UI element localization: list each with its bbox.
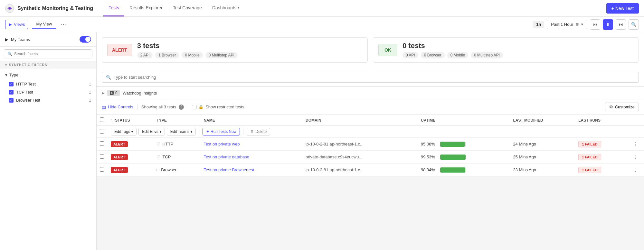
browser-label: Browser Test [16, 98, 40, 103]
delete-button[interactable]: 🗑 Delete [247, 128, 270, 135]
rewind-button[interactable]: ⏮ [590, 19, 600, 30]
divider4 [243, 128, 243, 135]
row2-name[interactable]: Test on private Browsertest [200, 164, 302, 176]
alert-tag-2: 0 Mobile [182, 52, 203, 58]
ok-tag-2: 0 Mobile [447, 52, 468, 58]
domain-col-header[interactable]: DOMAIN [302, 115, 418, 126]
watchdog-row[interactable]: ▶ A 0 Watchdog Insights [97, 87, 644, 99]
ok-status-badge: OK [378, 44, 397, 56]
browser-checkbox[interactable] [9, 98, 14, 103]
divider2 [188, 104, 188, 110]
controls-icon: ▤ [102, 105, 106, 110]
more-options-icon[interactable]: ⋮ [630, 166, 641, 174]
http-label: HTTP Test [16, 82, 36, 86]
search-icon: 🔍 [7, 52, 12, 56]
sidebar: ▶ My Teams 🔍 ▾ SYNTHETIC FILTERS ▾ Type … [0, 32, 97, 250]
nav-tab-coverage[interactable]: Test Coverage [168, 0, 207, 16]
table-area: ▤ Hide Controls Showing all 3 tests ? 🔒 … [97, 99, 644, 176]
table-toolbar: ▤ Hide Controls Showing all 3 tests ? 🔒 … [97, 99, 644, 115]
action-row-checkbox[interactable] [100, 129, 104, 134]
edit-envs-button[interactable]: Edit Envs ▾ [138, 128, 165, 135]
search-input[interactable] [114, 75, 635, 80]
customize-button[interactable]: ⚙ Customize [605, 103, 639, 111]
ok-tag-1: 0 Browser [421, 52, 445, 58]
nav-tab-dashboards[interactable]: Dashboards ▾ [207, 0, 245, 16]
uptime-col-header[interactable]: UPTIME [418, 115, 510, 126]
nav-tab-tests[interactable]: Tests [103, 0, 124, 16]
ok-tag-0: 0 API [402, 52, 418, 58]
nav-tab-results[interactable]: Results Explorer [124, 0, 168, 16]
pause-button[interactable]: ⏸ [603, 19, 613, 30]
show-restricted[interactable]: 🔒 Show restricted tests [192, 105, 244, 109]
forward-icon: ⏭ [619, 22, 623, 27]
row1-name[interactable]: Test on private database [200, 151, 302, 164]
time-badge: 1h [533, 21, 544, 28]
alert-count: 3 tests [137, 42, 238, 50]
alert-card: ALERT 3 tests 2 API 1 Browser 0 Mobile 0… [102, 37, 368, 63]
more-options-icon[interactable]: ⋮ [630, 140, 641, 148]
more-options-icon[interactable]: ⋮ [630, 153, 641, 161]
app-icon [5, 4, 14, 13]
row0-checkbox[interactable] [100, 141, 104, 146]
table-header-row: ↑ STATUS TYPE NAME DOMAIN UPTIME LAST MO… [97, 115, 644, 126]
time-picker[interactable]: Past 1 Hour ⊟ ▾ [547, 20, 587, 29]
more-options-button[interactable]: ⋯ [60, 20, 67, 29]
search-facets-input[interactable] [14, 52, 89, 56]
filter-item-tcp[interactable]: TCP Test 1 [0, 88, 96, 96]
ok-tags: 0 API 0 Browser 0 Mobile 0 Multistep API [402, 52, 503, 58]
synthetic-filters-label: ▾ SYNTHETIC FILTERS [0, 61, 96, 69]
tcp-checkbox[interactable] [9, 90, 14, 95]
show-restricted-checkbox[interactable] [192, 105, 196, 109]
table-row: ALERT □ Browser Test on private Browsert… [97, 164, 644, 176]
row2-uptime: 98.94% [418, 164, 510, 176]
watchdog-badge: A 0 [107, 90, 120, 96]
row2-status: ALERT [108, 164, 153, 176]
row1-checkbox[interactable] [100, 154, 104, 159]
alert-badge: ALERT [111, 141, 128, 147]
row1-last-runs: 1 FAILED [575, 151, 627, 164]
views-button[interactable]: ▶ Views [5, 20, 28, 29]
last-modified-col-header[interactable]: LAST MODIFIED [510, 115, 575, 126]
row0-more[interactable]: ⋮ [627, 138, 644, 151]
tcp-icon: ♡ [156, 155, 160, 159]
svg-text:A: A [111, 92, 113, 95]
status-col-header[interactable]: ↑ STATUS [108, 115, 153, 126]
tests-table: ↑ STATUS TYPE NAME DOMAIN UPTIME LAST MO… [97, 115, 644, 176]
search-bar: 🔍 [102, 72, 639, 83]
chevron-right-icon: ▶ [5, 37, 8, 42]
forward-button[interactable]: ⏭ [616, 19, 626, 30]
summary-cards: ALERT 3 tests 2 API 1 Browser 0 Mobile 0… [97, 32, 644, 68]
main-layout: ▶ My Teams 🔍 ▾ SYNTHETIC FILTERS ▾ Type … [0, 32, 644, 250]
row0-last-runs: 1 FAILED [575, 138, 627, 151]
name-col-header[interactable]: NAME [200, 115, 302, 126]
filter-item-http[interactable]: HTTP Test 1 [0, 80, 96, 88]
row1-more[interactable]: ⋮ [627, 151, 644, 164]
my-view-tab[interactable]: My View [32, 20, 56, 29]
filter-item-browser[interactable]: Browser Test 1 [0, 96, 96, 104]
new-test-button[interactable]: + New Test [606, 3, 639, 14]
row2-last-modified: 23 Mins Ago [510, 164, 575, 176]
trash-icon: 🗑 [250, 129, 254, 134]
select-all-checkbox[interactable] [100, 117, 104, 122]
hide-controls-button[interactable]: ▤ Hide Controls [102, 105, 133, 110]
actions-col-header [627, 115, 644, 126]
edit-tags-button[interactable]: Edit Tags ▾ [111, 128, 137, 135]
alert-tag-1: 1 Browser [155, 52, 179, 58]
my-teams-toggle[interactable] [80, 36, 91, 43]
search-facets-container: 🔍 [4, 49, 92, 58]
row0-name[interactable]: Test on private web [200, 138, 302, 151]
row2-more[interactable]: ⋮ [627, 164, 644, 176]
row2-checkbox[interactable] [100, 167, 104, 172]
run-tests-button[interactable]: ✦ Run Tests Now [203, 128, 240, 135]
views-icon: ▶ [9, 22, 12, 27]
search-button[interactable]: 🔍 [629, 19, 639, 30]
chevron-down-icon: ▾ [581, 22, 583, 26]
http-checkbox[interactable] [9, 82, 14, 86]
type-filter-toggle[interactable]: ▾ Type [0, 70, 96, 80]
last-runs-col-header[interactable]: LAST RUNS [575, 115, 627, 126]
edit-teams-button[interactable]: Edit Teams ▾ [167, 128, 196, 135]
row2-domain: ip-10-0-2-81.ap-northeast-1.c... [302, 164, 418, 176]
row2-last-runs: 1 FAILED [575, 164, 627, 176]
my-teams-section[interactable]: ▶ My Teams [0, 32, 96, 47]
type-col-header[interactable]: TYPE [153, 115, 200, 126]
